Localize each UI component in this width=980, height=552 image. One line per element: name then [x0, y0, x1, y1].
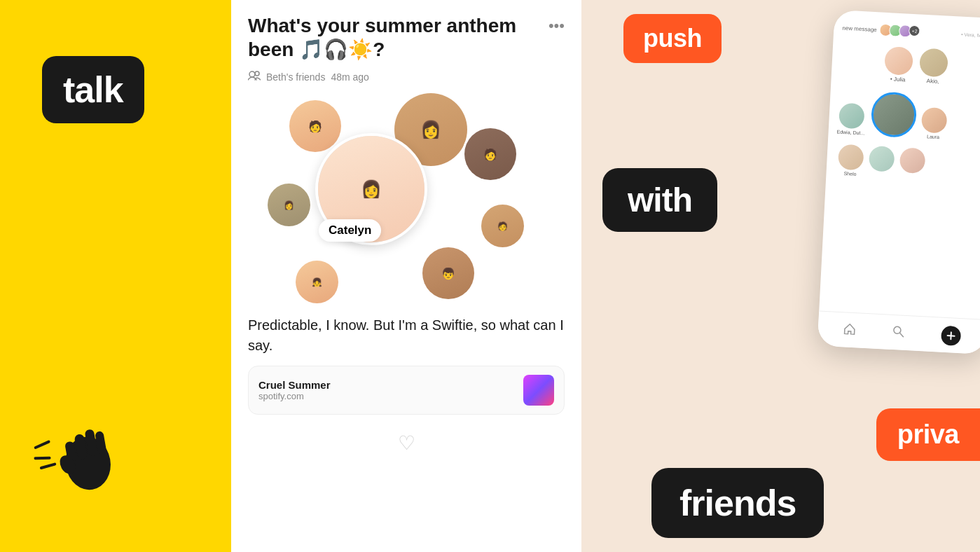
avatar-7: 👩 [266, 182, 312, 228]
phone-screen: new message +2 • Vera, Moha... • Julia A [817, 10, 980, 354]
push-badge: push [623, 14, 722, 63]
svg-line-14 [948, 336, 955, 336]
track-name: Cruel Summer [258, 379, 331, 391]
friends-badge: friends [651, 468, 824, 538]
spotify-info: Cruel Summer spotify.com [258, 379, 331, 401]
friends-icon [248, 71, 261, 83]
add-icon[interactable] [941, 325, 961, 345]
post-meta: Beth's friends 48m ago [231, 68, 581, 91]
svg-line-2 [41, 464, 55, 468]
post-text: Predictable, I know. But I'm a Swiftie, … [231, 308, 581, 366]
wave-emoji [27, 406, 127, 517]
notification-context: • Vera, Moha... [961, 32, 980, 38]
catelyn-label: Catelyn [319, 219, 381, 242]
home-icon [843, 322, 856, 338]
app-name-label: talk [63, 69, 123, 110]
with-badge: with [602, 168, 717, 232]
spotify-card[interactable]: Cruel Summer spotify.com [248, 366, 565, 415]
svg-point-10 [255, 71, 259, 76]
search-icon [892, 324, 905, 340]
talk-badge: talk [42, 56, 144, 123]
post-title: What's your summer anthem been 🎵🎧☀️? [248, 14, 541, 61]
person-julia: • Julia [883, 46, 913, 83]
phone-mockup: new message +2 • Vera, Moha... • Julia A [817, 10, 980, 354]
notification-text: new message [842, 25, 877, 33]
heart-button[interactable]: ♡ [398, 432, 415, 455]
phone-nav-bar [817, 310, 980, 354]
person-extra-2 [899, 147, 925, 180]
person-edwia: Edwia, Dut... [836, 102, 866, 135]
left-panel: talk [0, 0, 231, 552]
person-highlighted [870, 91, 917, 138]
svg-point-9 [249, 71, 255, 77]
post-author: Beth's friends [266, 71, 325, 83]
person-akio: Akio, [918, 48, 948, 85]
avatar-3: 🧑 [462, 126, 518, 182]
post-actions: ♡ [231, 422, 581, 464]
person-shelo: Shelo [837, 144, 864, 177]
priva-badge: priva [876, 408, 980, 461]
center-panel: What's your summer anthem been 🎵🎧☀️? •••… [231, 0, 581, 552]
svg-line-12 [899, 333, 903, 336]
avatar-6: 👧 [294, 259, 340, 305]
person-laura: Laura [920, 107, 947, 140]
avatar-5: 👦 [420, 245, 476, 301]
spotify-artwork [523, 375, 554, 406]
svg-line-0 [35, 442, 50, 448]
avatar-4: 🧑 [480, 203, 525, 249]
more-options-button[interactable]: ••• [541, 17, 565, 35]
avatar-cluster: 🧑 👩 🧑 👩 🧑 👦 👧 👩 Catelyn [252, 91, 560, 308]
track-url: spotify.com [258, 391, 331, 401]
person-extra-1 [868, 146, 895, 179]
right-panel: push with friends priva new message +2 •… [581, 0, 980, 552]
post-time: 48m ago [331, 71, 368, 83]
svg-line-1 [35, 456, 49, 460]
post-header: What's your summer anthem been 🎵🎧☀️? ••• [231, 0, 581, 68]
